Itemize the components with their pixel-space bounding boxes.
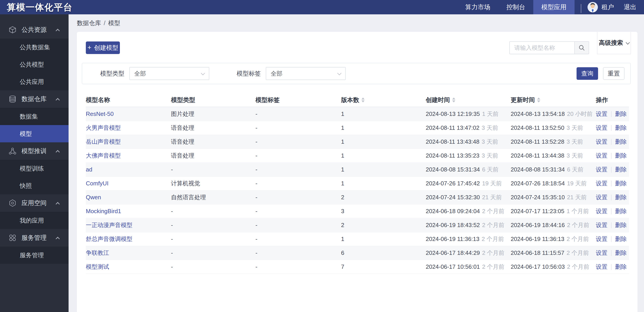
sidebar-item-公共应用[interactable]: 公共应用 (0, 73, 68, 90)
model-name-link[interactable]: ResNet-50 (86, 110, 114, 117)
delete-link[interactable]: 删除 (615, 263, 627, 271)
delete-link[interactable]: 删除 (615, 221, 627, 229)
table-row: MockingBird1--32024-06-18 09:24:042 个月前2… (86, 204, 629, 218)
model-name-link[interactable]: 舒总声音微调模型 (86, 236, 132, 242)
row-actions: 设置删除 (596, 235, 629, 243)
sidebar-item-我的应用[interactable]: 我的应用 (0, 212, 68, 229)
settings-link[interactable]: 设置 (596, 207, 608, 215)
settings-link[interactable]: 设置 (596, 249, 608, 257)
updated-time-cell: 2024-08-11 13:52:503 天前 (511, 124, 596, 132)
model-name-link[interactable]: ComfyUI (86, 180, 108, 187)
search-group (509, 41, 589, 54)
settings-link[interactable]: 设置 (596, 124, 608, 132)
table-row: 舒总声音微调模型--12024-06-19 11:36:132 个月前2024-… (86, 232, 629, 246)
created-time-cell: 2024-06-19 11:36:132 个月前 (426, 235, 511, 243)
sidebar-group-公共资源[interactable]: 公共资源 (0, 21, 68, 38)
version-count-cell: 1 (341, 236, 426, 242)
created-time-cell-relative: 2 个月前 (482, 249, 504, 257)
advanced-search-toggle[interactable]: 高级搜索 (597, 32, 631, 54)
column-header-label: 更新时间 (511, 96, 535, 104)
user-menu[interactable]: 租户 (588, 2, 614, 12)
chevron-down-icon (626, 40, 630, 44)
sort-desc-caret (537, 100, 540, 102)
delete-link[interactable]: 删除 (615, 152, 627, 160)
model-name-link[interactable]: 争联教江 (86, 250, 109, 256)
breadcrumb-parent[interactable]: 数据仓库 (77, 19, 101, 27)
settings-link[interactable]: 设置 (596, 221, 608, 229)
topnav-item[interactable]: 模型应用 (533, 0, 574, 14)
delete-link[interactable]: 删除 (615, 180, 627, 188)
delete-link[interactable]: 删除 (615, 235, 627, 243)
sidebar-item-label: 公共模型 (20, 60, 44, 68)
created-time-cell-value: 2024-08-11 13:47:02 (426, 124, 480, 131)
search-button[interactable] (574, 41, 589, 54)
sidebar-group-应用空间[interactable]: 应用空间 (0, 194, 68, 212)
sidebar-group-模型推训[interactable]: 模型推训 (0, 142, 68, 160)
sidebar-item-快照[interactable]: 快照 (0, 177, 68, 194)
topnav-item[interactable]: 控制台 (498, 0, 533, 14)
query-button[interactable]: 查询 (576, 67, 598, 80)
settings-link[interactable]: 设置 (596, 138, 608, 146)
sidebar-item-模型[interactable]: 模型 (0, 125, 68, 142)
model-name-link[interactable]: ad (86, 166, 92, 173)
sidebar-item-公共模型[interactable]: 公共模型 (0, 56, 68, 73)
filter-tag-select[interactable]: 全部 (266, 67, 346, 80)
settings-link[interactable]: 设置 (596, 194, 608, 201)
sidebar-item-公共数据集[interactable]: 公共数据集 (0, 38, 68, 56)
delete-link[interactable]: 删除 (615, 207, 627, 215)
delete-link[interactable]: 删除 (615, 110, 627, 118)
model-name-link[interactable]: 一正动漫声音模型 (86, 222, 132, 228)
updated-time-cell: 2024-07-24 15:35:1021 天前 (511, 194, 596, 201)
sidebar-item-模型训练[interactable]: 模型训练 (0, 160, 68, 177)
row-actions: 设置删除 (596, 194, 629, 201)
settings-link[interactable]: 设置 (596, 152, 608, 160)
model-name-link[interactable]: Qwen (86, 194, 101, 200)
column-header-版本数[interactable]: 版本数 (341, 96, 426, 104)
updated-time-cell: 2024-07-17 11:23:051 个月前 (511, 207, 596, 215)
created-time-cell-value: 2024-07-24 15:32:30 (426, 194, 480, 201)
sidebar-group-服务管理[interactable]: 服务管理 (0, 229, 68, 246)
sidebar-item-label: 模型 (20, 130, 32, 138)
model-name-link[interactable]: 岳山声音模型 (86, 138, 121, 145)
model-name-link[interactable]: MockingBird1 (86, 208, 121, 214)
delete-link[interactable]: 删除 (615, 166, 627, 174)
model-name-cell: 火男声音模型 (86, 124, 171, 132)
column-header-创建时间[interactable]: 创建时间 (426, 96, 511, 104)
models-table: 模型名称模型类型模型标签版本数创建时间更新时间操作 ResNet-50图片处理-… (86, 93, 629, 274)
sort-icon[interactable] (452, 98, 455, 102)
topnav-item[interactable]: 算力市场 (457, 0, 498, 14)
settings-link[interactable]: 设置 (596, 180, 608, 188)
settings-link[interactable]: 设置 (596, 110, 608, 118)
delete-link[interactable]: 删除 (615, 249, 627, 257)
sidebar-item-数据集[interactable]: 数据集 (0, 108, 68, 125)
sidebar-group-数据仓库[interactable]: 数据仓库 (0, 90, 68, 108)
version-count-cell: 1 (341, 124, 426, 131)
model-type-cell: - (171, 208, 256, 215)
model-type-cell: 自然语言处理 (171, 194, 256, 201)
model-name-link[interactable]: 模型测试 (86, 263, 109, 270)
delete-link[interactable]: 删除 (615, 124, 627, 132)
sidebar-item-服务管理[interactable]: 服务管理 (0, 246, 68, 264)
model-tag-cell: - (256, 250, 341, 256)
settings-link[interactable]: 设置 (596, 166, 608, 174)
delete-link[interactable]: 删除 (615, 194, 627, 201)
created-time-cell-value: 2024-08-13 12:19:35 (426, 110, 480, 118)
updated-time-cell-relative: 2 个月前 (567, 235, 589, 243)
settings-link[interactable]: 设置 (596, 235, 608, 243)
settings-link[interactable]: 设置 (596, 263, 608, 271)
search-input[interactable] (509, 41, 574, 54)
model-name-link[interactable]: 火男声音模型 (86, 124, 121, 131)
column-header-更新时间[interactable]: 更新时间 (511, 96, 596, 104)
sort-icon[interactable] (537, 98, 540, 102)
create-model-button[interactable]: + 创建模型 (86, 42, 120, 54)
column-header-label: 创建时间 (426, 96, 450, 104)
column-header-label: 版本数 (341, 96, 359, 104)
model-name-link[interactable]: 大佛声音模型 (86, 152, 121, 159)
reset-button[interactable]: 重置 (603, 67, 624, 80)
filter-type-select[interactable]: 全部 (129, 67, 209, 80)
delete-link[interactable]: 删除 (615, 138, 627, 146)
created-time-cell-relative: 21 天前 (482, 194, 502, 201)
logout-button[interactable]: 退出 (624, 3, 636, 12)
version-count-cell: 1 (341, 166, 426, 173)
sort-icon[interactable] (362, 98, 364, 102)
